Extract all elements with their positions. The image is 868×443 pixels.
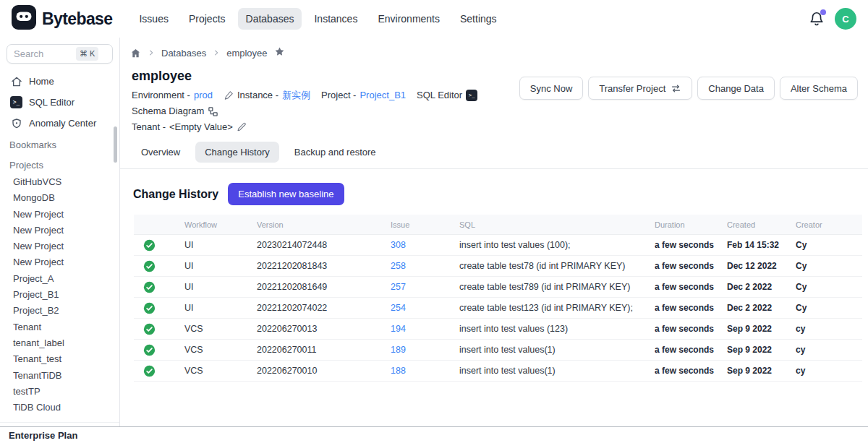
shield-icon [10,117,22,129]
sidebar-scrollbar[interactable] [114,126,117,163]
bookmark-star-icon[interactable] [274,46,285,59]
column-header: SQL [459,220,655,229]
table-row[interactable]: UI 20221202081843 258 create table test7… [134,256,862,277]
sidebar-project-item[interactable]: Tenant_test [0,351,119,367]
plan-label: Enterprise Plan [9,430,77,441]
issue-link[interactable]: 254 [391,303,406,313]
table-header-row: Workflow Version Issue SQL Duration Crea… [134,215,862,235]
tenant-value: <Empty Value> [169,119,233,135]
breadcrumb-employee: employee [226,48,267,59]
sql-cell: create table test123 (id int PRIMARY KEY… [459,303,655,313]
main-content: Databases employee employee Environment … [120,38,868,426]
table-row[interactable]: VCS 202206270013 194 insert into test va… [134,319,862,340]
schema-diagram-link[interactable]: Schema Diagram [132,103,218,119]
issue-link[interactable]: 189 [391,345,406,355]
schema-diagram-icon [208,106,218,117]
sidebar-project-item[interactable]: New Project [0,254,119,270]
sidebar-item-sql-editor[interactable]: >_ SQL Editor [0,92,119,113]
sidebar-project-item[interactable]: New Project [0,223,119,238]
status-cell [134,365,184,377]
sidebar-item-label: Home [29,76,54,87]
workflow-cell: VCS [184,366,257,376]
sidebar-project-item[interactable]: Tenant [0,319,119,335]
home-icon [10,75,22,87]
tab[interactable]: Overview [132,142,190,163]
project-link[interactable]: Project_B1 [359,87,406,103]
search-input[interactable] [14,48,76,59]
chevron-right-icon [213,49,220,56]
nav-item[interactable]: Issues [131,8,176,30]
version-cell: 20221202081649 [257,282,391,292]
nav-item[interactable]: Databases [238,8,302,30]
duration-cell: a few seconds [655,282,727,292]
created-cell: Feb 14 15:32 [727,240,796,250]
sidebar-item-home[interactable]: Home [0,71,119,92]
edit-pencil-icon[interactable] [237,122,247,132]
column-header: Created [727,220,796,229]
workflow-cell: UI [184,240,257,250]
chevron-right-icon [148,49,155,56]
nav-item[interactable]: Projects [181,8,234,30]
breadcrumb-databases[interactable]: Databases [161,48,206,59]
nav-item[interactable]: Settings [452,8,505,30]
change-data-button[interactable]: Change Data [697,77,775,100]
version-cell: 20221202074022 [257,303,391,313]
column-header: Issue [391,220,459,229]
version-cell: 202206270011 [257,345,391,355]
issue-link[interactable]: 258 [391,261,406,271]
sidebar-project-item[interactable]: Project_B2 [0,303,119,319]
instance-link[interactable]: 新实例 [282,87,310,103]
issue-link[interactable]: 257 [391,282,406,292]
avatar[interactable]: C [835,8,856,30]
search-box[interactable]: ⌘ K [7,44,113,64]
status-cell [134,239,184,251]
sidebar-project-item[interactable]: tenant_label [0,335,119,351]
column-header: Version [257,220,391,229]
notifications-button[interactable] [809,10,825,27]
table-row[interactable]: UI 20230214072448 308 insert into test v… [134,235,862,256]
sidebar-project-item[interactable]: testTP [0,384,119,400]
sidebar-projects-list: GitHubVCSMongoDBNew ProjectNew ProjectNe… [0,174,119,416]
nav-item[interactable]: Environments [370,8,448,30]
version-cell: 202206270013 [257,324,391,334]
establish-baseline-button[interactable]: Establish new baseline [228,183,344,205]
breadcrumb-home-icon[interactable] [130,48,141,59]
sidebar-project-item[interactable]: Project_A [0,271,119,287]
issue-link[interactable]: 188 [391,366,406,376]
sidebar-project-item[interactable]: GitHubVCS [0,174,119,190]
table-row[interactable]: UI 20221202074022 254 create table test1… [134,298,862,319]
success-check-icon [143,302,156,314]
sync-now-button[interactable]: Sync Now [519,77,584,100]
issue-link[interactable]: 308 [391,240,406,250]
creator-cell: cy [796,324,862,334]
sidebar-project-item[interactable]: New Project [0,238,119,254]
sidebar-project-item[interactable]: Project_B1 [0,287,119,303]
brand-logo[interactable]: Bytebase [12,5,112,33]
creator-cell: Cy [796,282,862,292]
issue-link[interactable]: 194 [391,324,406,334]
section-title: Change History [133,188,218,201]
status-cell [134,281,184,293]
nav-item[interactable]: Instances [306,8,365,30]
notification-dot [820,9,826,15]
transfer-project-button[interactable]: Transfer Project [588,77,692,100]
sidebar-project-item[interactable]: MongoDB [0,190,119,206]
sidebar-item-anomaly-center[interactable]: Anomaly Center [0,113,119,134]
table-row[interactable]: VCS 202206270010 188 insert into test va… [134,361,862,382]
workflow-cell: UI [184,282,257,292]
action-buttons: Sync Now Transfer Project Change Data Al… [519,77,858,100]
sql-editor-link[interactable]: SQL Editor >_ [417,87,477,103]
sidebar-project-item[interactable]: TenantTiDB [0,368,119,384]
alter-schema-button[interactable]: Alter Schema [780,77,858,100]
database-engine-icon [224,90,234,100]
tab[interactable]: Change History [195,142,279,163]
table-row[interactable]: UI 20221202081649 257 create table test7… [134,277,862,298]
environment-label: Environment - [132,87,190,103]
tenant-label: Tenant - [132,119,166,135]
sidebar-project-item[interactable]: TiDB Cloud [0,400,119,416]
sidebar-project-item[interactable]: New Project [0,207,119,223]
tab[interactable]: Backup and restore [285,142,386,163]
environment-link[interactable]: prod [194,87,213,103]
bytebase-logo-icon [12,5,36,33]
table-row[interactable]: VCS 202206270011 189 insert into test va… [134,340,862,361]
